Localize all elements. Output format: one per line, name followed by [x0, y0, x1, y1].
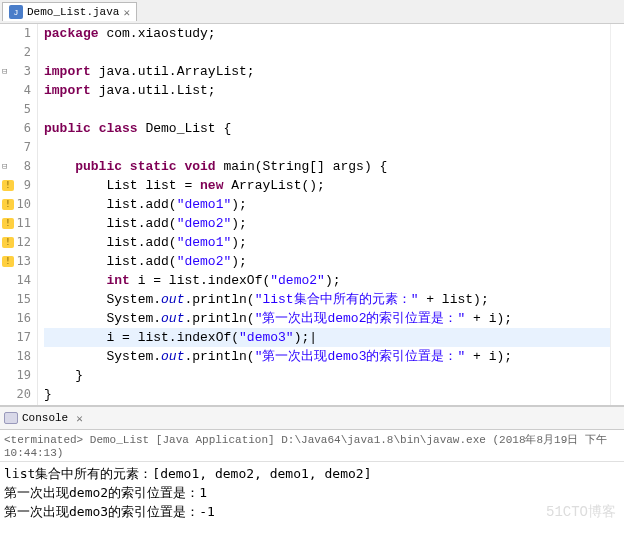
java-file-icon: J — [9, 5, 23, 19]
close-icon[interactable]: ✕ — [123, 6, 130, 19]
code-line[interactable]: List list = new ArrayList(); — [44, 176, 610, 195]
console-tab-bar: Console ✕ — [0, 406, 624, 430]
code-line[interactable]: i = list.indexOf("demo3");| — [44, 328, 610, 347]
line-number: !10 — [0, 195, 37, 214]
line-number: !12 — [0, 233, 37, 252]
line-number: ⊟3 — [0, 62, 37, 81]
code-line[interactable]: System.out.println("第一次出现demo2的索引位置是：" +… — [44, 309, 610, 328]
line-number: 2 — [0, 43, 37, 62]
line-number: 4 — [0, 81, 37, 100]
editor-tab-bar: J Demo_List.java ✕ — [0, 0, 624, 24]
code-line[interactable]: import java.util.ArrayList; — [44, 62, 610, 81]
code-line[interactable]: list.add("demo1"); — [44, 233, 610, 252]
code-line[interactable]: } — [44, 385, 610, 404]
code-line[interactable]: public class Demo_List { — [44, 119, 610, 138]
file-tab-label: Demo_List.java — [27, 6, 119, 18]
overview-ruler — [610, 24, 624, 405]
code-line[interactable]: } — [44, 366, 610, 385]
line-number: 1 — [0, 24, 37, 43]
code-line[interactable]: System.out.println("list集合中所有的元素：" + lis… — [44, 290, 610, 309]
code-line[interactable]: list.add("demo2"); — [44, 252, 610, 271]
line-number: 14 — [0, 271, 37, 290]
code-area[interactable]: package com.xiaostudy; import java.util.… — [38, 24, 610, 405]
code-line[interactable]: int i = list.indexOf("demo2"); — [44, 271, 610, 290]
warning-icon[interactable]: ! — [2, 180, 14, 191]
line-number: !13 — [0, 252, 37, 271]
line-number: 17 — [0, 328, 37, 347]
line-number: 7 — [0, 138, 37, 157]
console-line: 第一次出现demo3的索引位置是：-1 — [4, 502, 620, 521]
warning-icon[interactable]: ! — [2, 237, 14, 248]
fold-icon[interactable]: ⊟ — [2, 62, 7, 81]
warning-icon[interactable]: ! — [2, 218, 14, 229]
line-number: 18 — [0, 347, 37, 366]
console-line: 第一次出现demo2的索引位置是：1 — [4, 483, 620, 502]
console-process-header: <terminated> Demo_List [Java Application… — [0, 430, 624, 462]
fold-icon[interactable]: ⊟ — [2, 157, 7, 176]
console-line: list集合中所有的元素：[demo1, demo2, demo1, demo2… — [4, 464, 620, 483]
warning-icon[interactable]: ! — [2, 256, 14, 267]
line-number: 6 — [0, 119, 37, 138]
line-number: !11 — [0, 214, 37, 233]
line-number: !9 — [0, 176, 37, 195]
code-line[interactable] — [44, 138, 610, 157]
code-line[interactable]: public static void main(String[] args) { — [44, 157, 610, 176]
code-line[interactable]: list.add("demo1"); — [44, 195, 610, 214]
line-number: 15 — [0, 290, 37, 309]
line-number: 19 — [0, 366, 37, 385]
code-line[interactable]: package com.xiaostudy; — [44, 24, 610, 43]
close-icon[interactable]: ✕ — [76, 412, 83, 425]
code-line[interactable]: import java.util.List; — [44, 81, 610, 100]
line-number: 16 — [0, 309, 37, 328]
line-number: 5 — [0, 100, 37, 119]
line-number: 20 — [0, 385, 37, 404]
code-line[interactable] — [44, 43, 610, 62]
warning-icon[interactable]: ! — [2, 199, 14, 210]
code-line[interactable]: list.add("demo2"); — [44, 214, 610, 233]
console-output[interactable]: list集合中所有的元素：[demo1, demo2, demo1, demo2… — [0, 462, 624, 523]
console-tab-label[interactable]: Console — [22, 412, 68, 424]
code-line[interactable]: System.out.println("第一次出现demo3的索引位置是：" +… — [44, 347, 610, 366]
code-line[interactable] — [44, 100, 610, 119]
line-number-gutter: 12⊟34567⊟8!9!10!11!12!1314151617181920 — [0, 24, 38, 405]
code-editor[interactable]: 12⊟34567⊟8!9!10!11!12!1314151617181920 p… — [0, 24, 624, 406]
console-icon — [4, 412, 18, 424]
file-tab[interactable]: J Demo_List.java ✕ — [2, 2, 137, 21]
line-number: ⊟8 — [0, 157, 37, 176]
